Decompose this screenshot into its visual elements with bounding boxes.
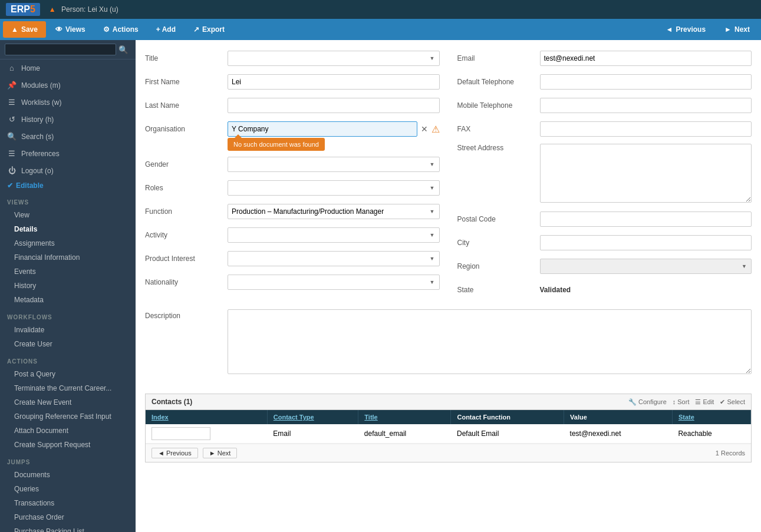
sort-button[interactable]: ↕ Sort <box>673 398 690 406</box>
description-label: Description <box>145 309 228 320</box>
breadcrumb: ▲ Person: Lei Xu (u) <box>49 5 118 14</box>
firstname-row: First Name <box>145 73 440 91</box>
configure-button[interactable]: 🔧 Configure <box>628 398 667 406</box>
views-button[interactable]: 👁 Views <box>47 21 94 38</box>
sidebar-item-home[interactable]: ⌂ Home <box>0 60 136 77</box>
roles-select[interactable] <box>228 180 440 196</box>
product-interest-label: Product Interest <box>145 255 228 263</box>
region-select[interactable] <box>540 259 752 274</box>
email-label: Email <box>457 54 540 62</box>
lastname-input[interactable] <box>228 98 440 113</box>
export-button[interactable]: ↗ Export <box>185 21 233 38</box>
col-title: Title <box>358 410 451 424</box>
sidebar-item-documents[interactable]: Documents <box>0 468 136 482</box>
preferences-icon: ☰ <box>7 149 17 158</box>
sidebar-subitem-assignments[interactable]: Assignments <box>0 236 136 250</box>
gender-row: Gender <box>145 156 440 173</box>
next-page-button[interactable]: ► Next <box>203 448 238 458</box>
function-row: Function Production – Manufacturing/Prod… <box>145 203 440 220</box>
previous-button[interactable]: ◄ Previous <box>658 21 714 38</box>
title-select[interactable] <box>228 51 440 66</box>
next-button[interactable]: ► Next <box>716 21 758 38</box>
contacts-actions: 🔧 Configure ↕ Sort ☰ Edit ✔ <box>628 398 745 406</box>
sidebar-item-transactions[interactable]: Transactions <box>0 496 136 510</box>
sidebar-subitem-history[interactable]: History <box>0 279 136 293</box>
search-input[interactable] <box>5 44 116 55</box>
lastname-row: Last Name <box>145 97 440 114</box>
sidebar-item-modules[interactable]: 📌 Modules (m) <box>0 77 136 94</box>
col-title-link[interactable]: Title <box>364 414 377 421</box>
title-row: Title <box>145 49 440 67</box>
breadcrumb-arrow: ▲ <box>49 5 56 14</box>
state-label: State <box>457 286 540 294</box>
search-icon-btn[interactable]: 🔍 <box>116 44 131 55</box>
fax-input[interactable] <box>540 121 752 137</box>
history-icon: ↺ <box>7 115 17 124</box>
select-button[interactable]: ✔ Select <box>720 398 745 406</box>
street-textarea[interactable] <box>540 144 752 203</box>
prev-page-button[interactable]: ◄ Previous <box>151 448 198 458</box>
sidebar-view-item[interactable]: View <box>0 208 136 222</box>
col-contact-type: Contact Type <box>267 410 358 424</box>
edit-icon: ☰ <box>695 398 701 406</box>
sidebar-item-create-support[interactable]: Create Support Request <box>0 438 136 452</box>
sidebar-item-grouping-ref[interactable]: Grouping Reference Fast Input <box>0 409 136 424</box>
table-row: Email default_email Default Email test@n… <box>146 424 751 444</box>
city-input[interactable] <box>540 235 752 250</box>
function-select[interactable]: Production – Manufacturing/Production Ma… <box>228 204 440 219</box>
street-row: Street Address <box>457 144 752 204</box>
top-bar: ERP5 ▲ Person: Lei Xu (u) <box>0 0 761 19</box>
org-clear-button[interactable]: ✕ <box>420 124 429 134</box>
sidebar-item-purchase-packing[interactable]: Purchase Packing List <box>0 524 136 532</box>
fax-row: FAX <box>457 120 752 138</box>
col-index-link[interactable]: Index <box>151 414 169 421</box>
sidebar-item-logout[interactable]: ⏻ Logout (o) <box>0 162 136 179</box>
sidebar-item-create-event[interactable]: Create New Event <box>0 395 136 409</box>
sidebar-item-terminate[interactable]: Terminate the Current Career... <box>0 381 136 395</box>
sidebar-subitem-events[interactable]: Events <box>0 265 136 279</box>
sidebar-item-post-query[interactable]: Post a Query <box>0 367 136 381</box>
save-icon: ▲ <box>11 25 18 34</box>
add-button[interactable]: + Add <box>148 21 184 38</box>
export-icon: ↗ <box>193 25 199 34</box>
editable-badge[interactable]: ✔ Editable <box>0 179 136 192</box>
sidebar-item-purchase-order[interactable]: Purchase Order <box>0 510 136 524</box>
gender-select[interactable] <box>228 157 440 172</box>
firstname-input[interactable] <box>228 74 440 90</box>
views-section-header: VIEWS <box>0 194 136 208</box>
mobile-phone-row: Mobile Telephone <box>457 97 752 114</box>
save-button[interactable]: ▲ Save <box>3 21 46 38</box>
sidebar-item-history[interactable]: ↺ History (h) <box>0 111 136 128</box>
default-phone-input[interactable] <box>540 74 752 90</box>
activity-select[interactable] <box>228 227 440 243</box>
roles-label: Roles <box>145 184 228 192</box>
sidebar-item-attach-doc[interactable]: Attach Document <box>0 424 136 438</box>
sidebar-item-create-user[interactable]: Create User <box>0 337 136 351</box>
sidebar-search-bar: 🔍 <box>0 40 136 60</box>
description-textarea[interactable] <box>228 309 752 374</box>
edit-button[interactable]: ☰ Edit <box>695 398 714 406</box>
org-input[interactable] <box>228 121 417 137</box>
sidebar-subitem-metadata[interactable]: Metadata <box>0 293 136 307</box>
postal-input[interactable] <box>540 212 752 227</box>
sidebar-subitem-details[interactable]: Details <box>0 222 136 236</box>
actions-button[interactable]: ⚙ Actions <box>95 21 147 38</box>
email-input[interactable] <box>540 51 752 66</box>
col-contact-type-link[interactable]: Contact Type <box>274 414 314 421</box>
sidebar-item-invalidate[interactable]: Invalidate <box>0 323 136 337</box>
mobile-phone-input[interactable] <box>540 98 752 113</box>
sidebar-item-queries[interactable]: Queries <box>0 482 136 496</box>
nationality-select[interactable] <box>228 275 440 290</box>
col-state-link[interactable]: State <box>678 414 694 421</box>
index-input[interactable] <box>151 427 210 440</box>
default-phone-row: Default Telephone <box>457 73 752 91</box>
product-interest-select[interactable] <box>228 251 440 266</box>
sidebar: 🔍 ⌂ Home 📌 Modules (m) ☰ Worklists (w) ↺… <box>0 40 136 532</box>
sidebar-item-worklists[interactable]: ☰ Worklists (w) <box>0 94 136 111</box>
search-nav-icon: 🔍 <box>7 132 17 141</box>
state-row: State Validated <box>457 281 752 299</box>
sidebar-item-preferences[interactable]: ☰ Preferences <box>0 145 136 162</box>
cell-contact-type: Email <box>267 424 358 444</box>
sidebar-subitem-financial[interactable]: Financial Information <box>0 250 136 265</box>
sidebar-item-search[interactable]: 🔍 Search (s) <box>0 128 136 145</box>
